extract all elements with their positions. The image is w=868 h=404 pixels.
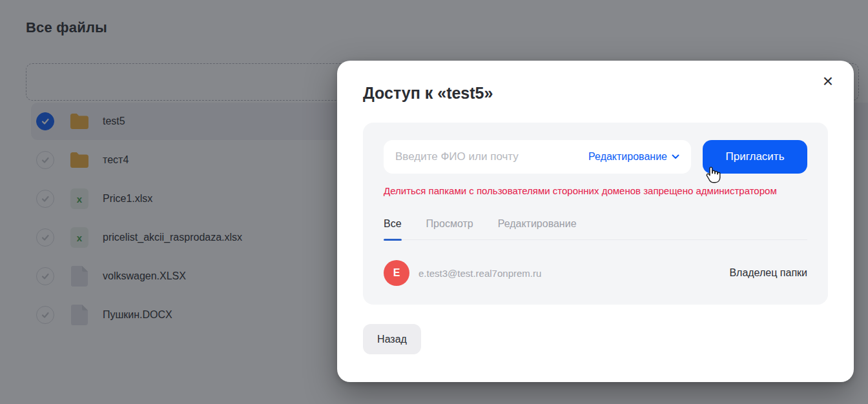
back-button[interactable]: Назад <box>363 324 421 354</box>
invite-row: Редактирование Пригласить <box>384 140 807 174</box>
tab-view[interactable]: Просмотр <box>426 218 473 239</box>
member-row: E e.test3@test.real7onprem.ru Владелец п… <box>384 259 807 287</box>
tab-all[interactable]: Все <box>384 218 402 239</box>
invite-input-wrap: Редактирование <box>384 140 691 174</box>
modal-title: Доступ к «test5» <box>363 84 493 103</box>
member-role: Владелец папки <box>729 267 807 279</box>
invite-panel: Редактирование Пригласить Делиться папка… <box>363 123 828 305</box>
tab-edit[interactable]: Редактирование <box>498 218 577 239</box>
permission-dropdown[interactable]: Редактирование <box>588 151 679 163</box>
share-access-modal: Доступ к «test5» × Редактирование Пригла… <box>337 61 854 382</box>
permission-tabs: Все Просмотр Редактирование <box>384 218 807 240</box>
close-icon[interactable]: × <box>816 70 840 93</box>
chevron-down-icon <box>672 154 679 159</box>
avatar: E <box>384 260 409 286</box>
invite-button[interactable]: Пригласить <box>703 140 807 174</box>
member-email: e.test3@test.real7onprem.ru <box>418 268 541 279</box>
admin-restriction-warning: Делиться папками с пользователями сторон… <box>384 185 807 196</box>
permission-dropdown-label: Редактирование <box>588 151 667 163</box>
invite-email-input[interactable] <box>395 150 588 163</box>
